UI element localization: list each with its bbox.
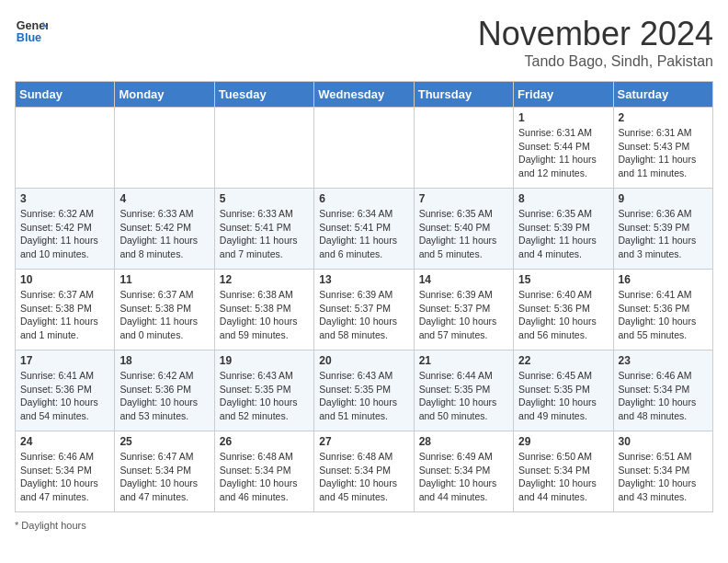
day-number: 23: [619, 354, 708, 367]
day-info: Sunrise: 6:43 AM Sunset: 5:35 PM Dayligh…: [220, 369, 309, 423]
calendar-week-row: 10Sunrise: 6:37 AM Sunset: 5:38 PM Dayli…: [16, 270, 713, 350]
calendar-cell: 25Sunrise: 6:47 AM Sunset: 5:34 PM Dayli…: [115, 431, 214, 512]
calendar-cell: 1Sunrise: 6:31 AM Sunset: 5:44 PM Daylig…: [514, 108, 613, 189]
day-number: 21: [419, 354, 508, 367]
calendar-cell: 23Sunrise: 6:46 AM Sunset: 5:34 PM Dayli…: [613, 350, 712, 431]
calendar-cell: [115, 108, 214, 189]
day-info: Sunrise: 6:40 AM Sunset: 5:36 PM Dayligh…: [518, 288, 608, 342]
day-info: Sunrise: 6:49 AM Sunset: 5:34 PM Dayligh…: [419, 450, 508, 504]
day-number: 11: [119, 273, 209, 286]
location-title: Tando Bago, Sindh, Pakistan: [478, 53, 713, 70]
calendar-cell: 13Sunrise: 6:39 AM Sunset: 5:37 PM Dayli…: [314, 270, 414, 350]
day-info: Sunrise: 6:51 AM Sunset: 5:34 PM Dayligh…: [619, 450, 708, 504]
day-number: 27: [319, 435, 408, 448]
calendar-cell: [314, 108, 414, 189]
day-info: Sunrise: 6:48 AM Sunset: 5:34 PM Dayligh…: [220, 450, 309, 504]
day-number: 3: [20, 192, 109, 205]
day-info: Sunrise: 6:37 AM Sunset: 5:38 PM Dayligh…: [20, 288, 109, 342]
calendar-cell: 17Sunrise: 6:41 AM Sunset: 5:36 PM Dayli…: [16, 350, 115, 431]
weekday-header-saturday: Saturday: [613, 82, 712, 108]
calendar-cell: 18Sunrise: 6:42 AM Sunset: 5:36 PM Dayli…: [115, 350, 214, 431]
calendar-cell: 4Sunrise: 6:33 AM Sunset: 5:42 PM Daylig…: [115, 189, 214, 270]
calendar-cell: [16, 108, 115, 189]
weekday-header-wednesday: Wednesday: [314, 82, 414, 108]
weekday-header-monday: Monday: [115, 82, 214, 108]
header: General Blue November 2024 Tando Bago, S…: [15, 15, 713, 70]
calendar-cell: 6Sunrise: 6:34 AM Sunset: 5:41 PM Daylig…: [314, 189, 414, 270]
calendar-week-row: 3Sunrise: 6:32 AM Sunset: 5:42 PM Daylig…: [16, 189, 713, 270]
day-info: Sunrise: 6:38 AM Sunset: 5:38 PM Dayligh…: [220, 288, 309, 342]
day-number: 28: [419, 435, 508, 448]
day-info: Sunrise: 6:33 AM Sunset: 5:42 PM Dayligh…: [119, 207, 209, 261]
day-info: Sunrise: 6:42 AM Sunset: 5:36 PM Dayligh…: [119, 369, 209, 423]
day-number: 7: [419, 192, 508, 205]
calendar-cell: [214, 108, 313, 189]
day-info: Sunrise: 6:36 AM Sunset: 5:39 PM Dayligh…: [619, 207, 708, 261]
calendar-cell: 12Sunrise: 6:38 AM Sunset: 5:38 PM Dayli…: [214, 270, 313, 350]
day-number: 6: [319, 192, 408, 205]
calendar-cell: 28Sunrise: 6:49 AM Sunset: 5:34 PM Dayli…: [414, 431, 513, 512]
day-info: Sunrise: 6:50 AM Sunset: 5:34 PM Dayligh…: [518, 450, 608, 504]
calendar-cell: 14Sunrise: 6:39 AM Sunset: 5:37 PM Dayli…: [414, 270, 513, 350]
day-info: Sunrise: 6:39 AM Sunset: 5:37 PM Dayligh…: [319, 288, 408, 342]
calendar-cell: 3Sunrise: 6:32 AM Sunset: 5:42 PM Daylig…: [16, 189, 115, 270]
calendar-cell: 9Sunrise: 6:36 AM Sunset: 5:39 PM Daylig…: [613, 189, 712, 270]
day-info: Sunrise: 6:34 AM Sunset: 5:41 PM Dayligh…: [319, 207, 408, 261]
day-number: 26: [220, 435, 309, 448]
calendar-week-row: 17Sunrise: 6:41 AM Sunset: 5:36 PM Dayli…: [16, 350, 713, 431]
day-number: 17: [20, 354, 109, 367]
calendar-cell: 30Sunrise: 6:51 AM Sunset: 5:34 PM Dayli…: [613, 431, 712, 512]
day-info: Sunrise: 6:46 AM Sunset: 5:34 PM Dayligh…: [20, 450, 109, 504]
day-info: Sunrise: 6:31 AM Sunset: 5:44 PM Dayligh…: [518, 126, 608, 180]
calendar-cell: 10Sunrise: 6:37 AM Sunset: 5:38 PM Dayli…: [16, 270, 115, 350]
calendar-cell: 11Sunrise: 6:37 AM Sunset: 5:38 PM Dayli…: [115, 270, 214, 350]
svg-text:Blue: Blue: [17, 31, 41, 44]
month-title: November 2024: [478, 15, 713, 53]
calendar-cell: 15Sunrise: 6:40 AM Sunset: 5:36 PM Dayli…: [514, 270, 613, 350]
day-number: 25: [119, 435, 209, 448]
calendar-cell: 19Sunrise: 6:43 AM Sunset: 5:35 PM Dayli…: [214, 350, 313, 431]
day-info: Sunrise: 6:44 AM Sunset: 5:35 PM Dayligh…: [419, 369, 508, 423]
day-info: Sunrise: 6:41 AM Sunset: 5:36 PM Dayligh…: [619, 288, 708, 342]
calendar-header-row: SundayMondayTuesdayWednesdayThursdayFrid…: [16, 82, 713, 108]
weekday-header-friday: Friday: [514, 82, 613, 108]
weekday-header-tuesday: Tuesday: [214, 82, 313, 108]
day-number: 22: [518, 354, 608, 367]
day-number: 16: [619, 273, 708, 286]
day-number: 5: [220, 192, 309, 205]
day-number: 13: [319, 273, 408, 286]
day-number: 14: [419, 273, 508, 286]
day-number: 8: [518, 192, 608, 205]
calendar-week-row: 24Sunrise: 6:46 AM Sunset: 5:34 PM Dayli…: [16, 431, 713, 512]
day-number: 29: [518, 435, 608, 448]
calendar-cell: 27Sunrise: 6:48 AM Sunset: 5:34 PM Dayli…: [314, 431, 414, 512]
calendar-cell: 21Sunrise: 6:44 AM Sunset: 5:35 PM Dayli…: [414, 350, 513, 431]
day-number: 19: [220, 354, 309, 367]
day-number: 10: [20, 273, 109, 286]
day-number: 4: [119, 192, 209, 205]
calendar-cell: 22Sunrise: 6:45 AM Sunset: 5:35 PM Dayli…: [514, 350, 613, 431]
calendar-cell: 16Sunrise: 6:41 AM Sunset: 5:36 PM Dayli…: [613, 270, 712, 350]
day-info: Sunrise: 6:35 AM Sunset: 5:39 PM Dayligh…: [518, 207, 608, 261]
calendar-cell: 2Sunrise: 6:31 AM Sunset: 5:43 PM Daylig…: [613, 108, 712, 189]
footer-note: * Daylight hours: [15, 520, 713, 531]
logo: General Blue: [15, 15, 48, 48]
logo-icon: General Blue: [15, 15, 48, 48]
calendar-cell: 7Sunrise: 6:35 AM Sunset: 5:40 PM Daylig…: [414, 189, 513, 270]
day-info: Sunrise: 6:46 AM Sunset: 5:34 PM Dayligh…: [619, 369, 708, 423]
day-info: Sunrise: 6:43 AM Sunset: 5:35 PM Dayligh…: [319, 369, 408, 423]
calendar-cell: [414, 108, 513, 189]
title-area: November 2024 Tando Bago, Sindh, Pakista…: [478, 15, 713, 70]
calendar-cell: 20Sunrise: 6:43 AM Sunset: 5:35 PM Dayli…: [314, 350, 414, 431]
calendar-week-row: 1Sunrise: 6:31 AM Sunset: 5:44 PM Daylig…: [16, 108, 713, 189]
day-info: Sunrise: 6:37 AM Sunset: 5:38 PM Dayligh…: [119, 288, 209, 342]
calendar-cell: 5Sunrise: 6:33 AM Sunset: 5:41 PM Daylig…: [214, 189, 313, 270]
weekday-header-thursday: Thursday: [414, 82, 513, 108]
day-number: 30: [619, 435, 708, 448]
calendar-cell: 29Sunrise: 6:50 AM Sunset: 5:34 PM Dayli…: [514, 431, 613, 512]
day-info: Sunrise: 6:39 AM Sunset: 5:37 PM Dayligh…: [419, 288, 508, 342]
day-number: 9: [619, 192, 708, 205]
footer-note-text: Daylight hours: [21, 520, 85, 531]
day-number: 12: [220, 273, 309, 286]
calendar: SundayMondayTuesdayWednesdayThursdayFrid…: [15, 81, 713, 512]
